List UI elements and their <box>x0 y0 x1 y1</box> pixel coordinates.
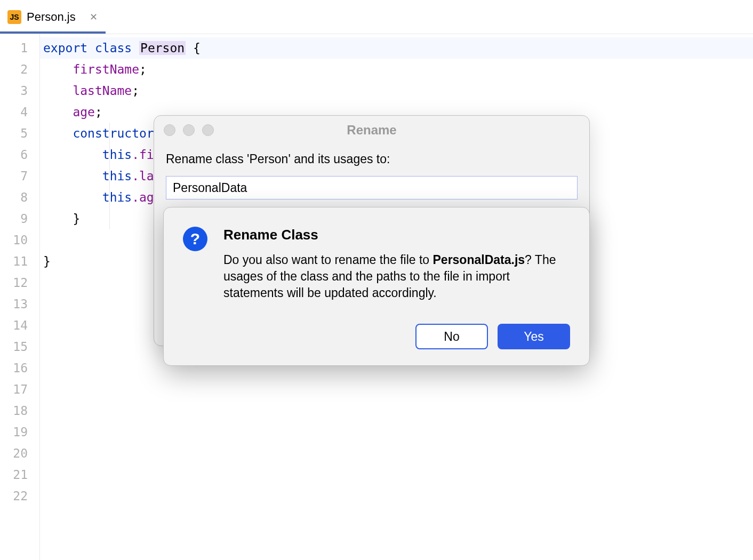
line-number: 10 <box>0 229 39 251</box>
dialog-body: Rename class 'Person' and its usages to: <box>154 145 589 207</box>
line-number: 17 <box>0 379 39 400</box>
line-number: 20 <box>0 443 39 464</box>
code-line: export class Person { <box>40 37 753 59</box>
gutter: 1 2 3 4 5 6 7 8 9 10 11 12 13 14 15 16 1… <box>0 34 40 560</box>
line-number: 22 <box>0 485 39 507</box>
line-number: 5 <box>0 123 39 144</box>
line-number: 19 <box>0 421 39 443</box>
line-number: 2 <box>0 59 39 80</box>
code-line: firstName; <box>40 59 753 80</box>
line-number: 3 <box>0 80 39 101</box>
line-number: 6 <box>0 144 39 165</box>
line-number: 9 <box>0 208 39 229</box>
question-icon: ? <box>183 227 207 251</box>
js-file-icon: JS <box>7 10 21 24</box>
file-tab[interactable]: JS Person.js ✕ <box>0 0 105 34</box>
confirm-dialog: ? Rename Class Do you also want to renam… <box>163 207 590 366</box>
line-number: 16 <box>0 357 39 379</box>
line-number: 8 <box>0 187 39 208</box>
confirm-heading: Rename Class <box>223 227 570 243</box>
tab-underline <box>0 31 106 34</box>
line-number: 4 <box>0 101 39 123</box>
rename-input[interactable] <box>166 176 578 199</box>
line-number: 21 <box>0 464 39 485</box>
line-number: 12 <box>0 272 39 293</box>
line-number: 14 <box>0 315 39 336</box>
editor-tab-bar: JS Person.js ✕ <box>0 0 753 34</box>
dialog-title: Rename <box>154 123 589 138</box>
rename-label: Rename class 'Person' and its usages to: <box>166 152 578 166</box>
line-number: 11 <box>0 251 39 272</box>
no-button[interactable]: No <box>415 324 488 349</box>
line-number: 7 <box>0 165 39 187</box>
confirm-content: ? Rename Class Do you also want to renam… <box>183 227 570 301</box>
tab-filename: Person.js <box>27 10 76 24</box>
line-number: 18 <box>0 400 39 421</box>
confirm-buttons: No Yes <box>183 324 570 349</box>
line-number: 1 <box>0 37 39 59</box>
dialog-titlebar: Rename <box>154 116 589 145</box>
yes-button[interactable]: Yes <box>498 324 570 349</box>
confirm-text: Rename Class Do you also want to rename … <box>223 227 570 301</box>
line-number: 15 <box>0 336 39 357</box>
indent-guide <box>109 123 110 229</box>
close-tab-icon[interactable]: ✕ <box>90 11 98 23</box>
confirm-message: Do you also want to rename the file to P… <box>223 252 570 301</box>
code-line: lastName; <box>40 80 753 101</box>
line-number: 13 <box>0 293 39 315</box>
